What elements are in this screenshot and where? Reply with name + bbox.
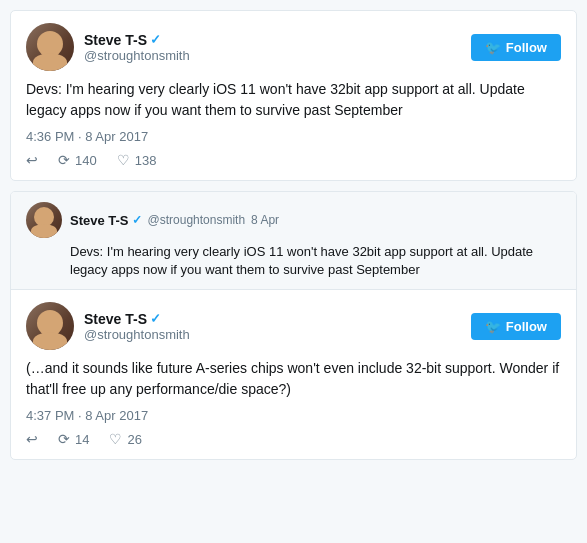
retweet-icon-1: ⟳ (58, 152, 70, 168)
like-count-2: 26 (127, 432, 141, 447)
reply-icon-2: ↩ (26, 431, 38, 447)
thread-bottom: Steve T-S ✓ @stroughtonsmith 🐦 Follow (…… (11, 290, 576, 459)
avatar-2 (26, 302, 74, 350)
user-name-1: Steve T-S ✓ (84, 32, 190, 48)
user-handle-1: @stroughtonsmith (84, 48, 190, 63)
tweet-actions-1: ↩ ⟳ 140 ♡ 138 (26, 152, 561, 168)
tweet-header-left-2: Steve T-S ✓ @stroughtonsmith (26, 302, 190, 350)
thread-top: Steve T-S ✓ @stroughtonsmith 8 Apr Devs:… (11, 192, 576, 290)
thread-date: 8 Apr (251, 213, 279, 227)
like-count-1: 138 (135, 153, 157, 168)
tweet-text-1: Devs: I'm hearing very clearly iOS 11 wo… (26, 79, 561, 121)
thread-user-name: Steve T-S ✓ (70, 213, 142, 228)
tweet-header-2: Steve T-S ✓ @stroughtonsmith 🐦 Follow (26, 302, 561, 350)
tweet-card-2: Steve T-S ✓ @stroughtonsmith 8 Apr Devs:… (10, 191, 577, 460)
user-name-2: Steve T-S ✓ (84, 311, 190, 327)
retweet-count-2: 14 (75, 432, 89, 447)
like-action-2[interactable]: ♡ 26 (109, 431, 141, 447)
avatar-1 (26, 23, 74, 71)
tweet-time-1: 4:36 PM · 8 Apr 2017 (26, 129, 561, 144)
verified-icon-2: ✓ (150, 311, 161, 326)
bird-icon-1: 🐦 (485, 40, 501, 55)
follow-button-2[interactable]: 🐦 Follow (471, 313, 561, 340)
retweet-action-1[interactable]: ⟳ 140 (58, 152, 97, 168)
user-info-2: Steve T-S ✓ @stroughtonsmith (84, 311, 190, 342)
retweet-count-1: 140 (75, 153, 97, 168)
heart-icon-2: ♡ (109, 431, 122, 447)
thread-top-header: Steve T-S ✓ @stroughtonsmith 8 Apr (26, 202, 561, 238)
reply-icon-1: ↩ (26, 152, 38, 168)
follow-button-1[interactable]: 🐦 Follow (471, 34, 561, 61)
heart-icon-1: ♡ (117, 152, 130, 168)
tweet-actions-2: ↩ ⟳ 14 ♡ 26 (26, 431, 561, 447)
retweet-action-2[interactable]: ⟳ 14 (58, 431, 89, 447)
reply-action-1[interactable]: ↩ (26, 152, 38, 168)
user-info-1: Steve T-S ✓ @stroughtonsmith (84, 32, 190, 63)
tweet-header-1: Steve T-S ✓ @stroughtonsmith 🐦 Follow (26, 23, 561, 71)
bird-icon-2: 🐦 (485, 319, 501, 334)
user-handle-2: @stroughtonsmith (84, 327, 190, 342)
tweet-time-2: 4:37 PM · 8 Apr 2017 (26, 408, 561, 423)
retweet-icon-2: ⟳ (58, 431, 70, 447)
avatar-thread (26, 202, 62, 238)
thread-text: Devs: I'm hearing very clearly iOS 11 wo… (26, 243, 561, 279)
thread-user-info: Steve T-S ✓ @stroughtonsmith 8 Apr (70, 213, 279, 228)
thread-handle: @stroughtonsmith (148, 213, 246, 227)
like-action-1[interactable]: ♡ 138 (117, 152, 157, 168)
verified-icon-1: ✓ (150, 32, 161, 47)
tweet-card-1: Steve T-S ✓ @stroughtonsmith 🐦 Follow De… (10, 10, 577, 181)
tweet-text-2: (…and it sounds like future A-series chi… (26, 358, 561, 400)
verified-icon-thread: ✓ (132, 213, 142, 227)
tweet-header-left-1: Steve T-S ✓ @stroughtonsmith (26, 23, 190, 71)
reply-action-2[interactable]: ↩ (26, 431, 38, 447)
